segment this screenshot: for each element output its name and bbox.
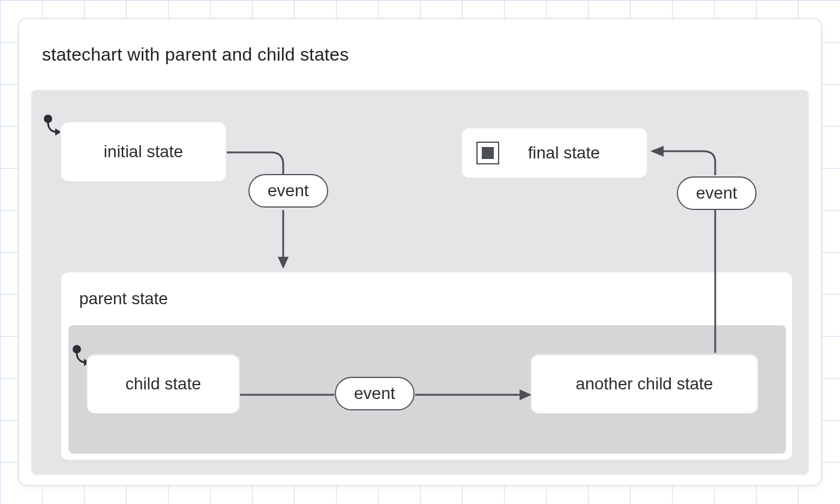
state-initial[interactable]: initial state <box>60 121 227 182</box>
statechart-title: statechart with parent and child states <box>42 44 349 65</box>
state-label: parent state <box>79 289 168 308</box>
initial-marker-icon <box>42 114 62 143</box>
state-label: initial state <box>104 142 183 161</box>
final-marker-icon <box>476 142 499 164</box>
transition-event[interactable]: event <box>335 377 415 410</box>
state-label: another child state <box>576 374 713 394</box>
state-child[interactable]: child state <box>86 354 240 414</box>
state-label: final state <box>528 143 600 163</box>
statechart-root[interactable]: statechart with parent and child states … <box>18 18 822 486</box>
svg-point-0 <box>44 115 52 123</box>
statechart-body: initial state final state event event pa… <box>31 90 809 475</box>
state-label: child state <box>125 374 201 394</box>
transition-event[interactable]: event <box>248 174 328 208</box>
state-final[interactable]: final state <box>461 127 648 179</box>
transition-event[interactable]: event <box>677 176 757 210</box>
svg-point-1 <box>73 345 81 353</box>
state-child[interactable]: another child state <box>530 354 758 414</box>
canvas[interactable]: statechart with parent and child states … <box>0 0 840 504</box>
